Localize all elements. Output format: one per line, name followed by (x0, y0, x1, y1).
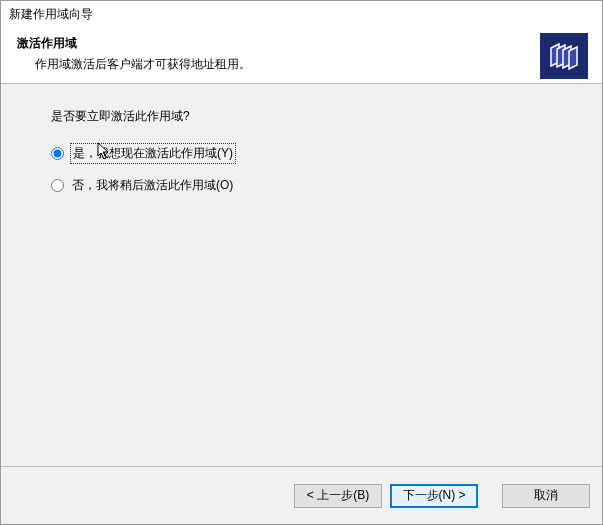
wizard-footer: < 上一步(B) 下一步(N) > 取消 (1, 466, 602, 524)
radio-yes[interactable] (51, 147, 64, 160)
wizard-header: 激活作用域 作用域激活后客户端才可获得地址租用。 (1, 27, 602, 83)
option-yes[interactable]: 是，我想现在激活此作用域(Y) (51, 143, 586, 163)
dhcp-scope-icon (540, 33, 588, 79)
option-no-label: 否，我将稍后激活此作用域(O) (72, 177, 233, 194)
next-button[interactable]: 下一步(N) > (390, 484, 478, 508)
radio-no[interactable] (51, 179, 64, 192)
titlebar: 新建作用域向导 (1, 1, 602, 27)
option-no[interactable]: 否，我将稍后激活此作用域(O) (51, 175, 586, 195)
wizard-window: 新建作用域向导 激活作用域 作用域激活后客户端才可获得地址租用。 是否要立即激活… (0, 0, 603, 525)
prompt-text: 是否要立即激活此作用域? (51, 108, 586, 125)
back-button[interactable]: < 上一步(B) (294, 484, 382, 508)
option-yes-label: 是，我想现在激活此作用域(Y) (72, 145, 234, 162)
header-title: 激活作用域 (17, 35, 586, 52)
wizard-content: 是否要立即激活此作用域? 是，我想现在激活此作用域(Y) 否，我将稍后激活此作用… (1, 84, 602, 466)
header-description: 作用域激活后客户端才可获得地址租用。 (17, 56, 586, 73)
window-title: 新建作用域向导 (9, 6, 93, 23)
cancel-button[interactable]: 取消 (502, 484, 590, 508)
